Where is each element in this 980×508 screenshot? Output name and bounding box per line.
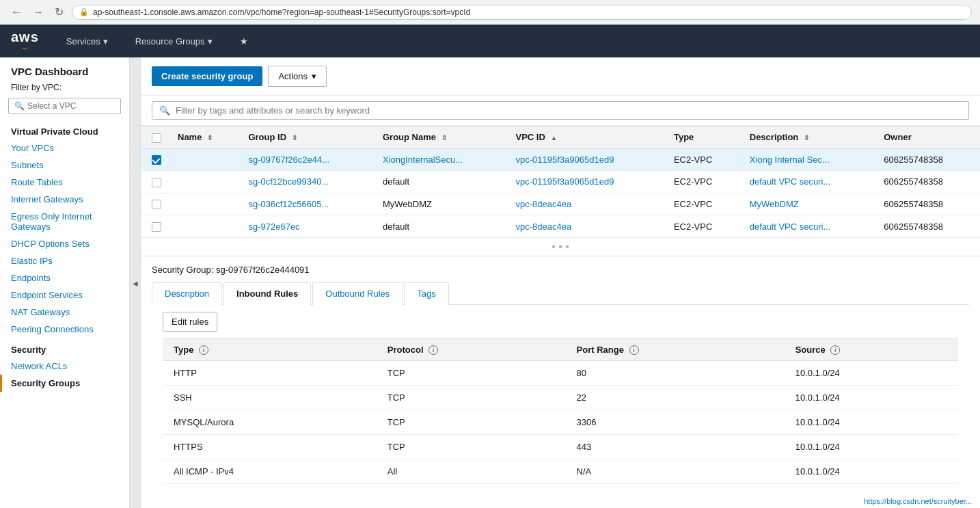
rule-port-range: 80 — [566, 361, 785, 386]
vpc-id-sort-icon: ▲ — [550, 134, 557, 142]
sidebar-item-elastic-ips[interactable]: Elastic IPs — [0, 252, 129, 269]
inbound-rules-table: Type i Protocol i Port Range i — [163, 338, 958, 485]
port-range-info-icon[interactable]: i — [629, 345, 639, 355]
rule-type: SSH — [163, 386, 377, 410]
rule-row: All ICMP - IPv4 All N/A 10.0.1.0/24 — [163, 459, 958, 484]
security-groups-table: Name ⇕ Group ID ⇕ Group Name ⇕ VPC ID ▲ … — [141, 126, 980, 238]
rule-port-range: 3306 — [566, 410, 785, 435]
rules-header-source: Source i — [785, 338, 958, 361]
row-group-name: default — [375, 215, 508, 238]
rules-header-port-range: Port Range i — [566, 338, 785, 361]
sidebar-item-route-tables[interactable]: Route Tables — [0, 174, 129, 191]
row-type: EC2-VPC — [666, 193, 741, 215]
row-checkbox[interactable] — [152, 222, 161, 232]
tab-description[interactable]: Description — [152, 282, 222, 305]
rule-type: MYSQL/Aurora — [163, 410, 377, 435]
tab-inbound-rules[interactable]: Inbound Rules — [223, 282, 311, 305]
rule-type: HTTPS — [163, 435, 377, 459]
top-nav: aws ⌣ Services ▾ Resource Groups ▾ ★ — [0, 25, 980, 57]
table-row[interactable]: sg-09767f26c2e44... XiongInternalSecu...… — [141, 148, 980, 171]
row-description: default VPC securi... — [741, 215, 875, 238]
url-bar[interactable]: 🔒 ap-southeast-1.console.aws.amazon.com/… — [72, 5, 972, 20]
rule-type: All ICMP - IPv4 — [163, 459, 377, 484]
row-group-name: MyWebDMZ — [375, 193, 508, 215]
aws-logo-smile: ⌣ — [22, 44, 27, 52]
row-checkbox[interactable] — [152, 200, 161, 209]
row-vpc-id: vpc-01195f3a9065d1ed9 — [508, 148, 666, 171]
rule-port-range: N/A — [566, 459, 785, 484]
row-checkbox-cell — [141, 215, 169, 238]
table-row[interactable]: sg-0cf12bce99340... default vpc-01195f3a… — [141, 171, 980, 193]
group-id-sort-icon: ⇕ — [292, 134, 297, 142]
sidebar-item-network-acls[interactable]: Network ACLs — [0, 358, 129, 375]
row-checkbox[interactable] — [152, 155, 161, 165]
row-vpc-id: vpc-8deac4ea — [508, 215, 666, 238]
lock-icon: 🔒 — [79, 8, 89, 16]
services-chevron: ▾ — [103, 36, 108, 46]
detail-label-text: Security Group: — [152, 265, 213, 275]
search-input-wrap[interactable]: 🔍 — [152, 101, 969, 120]
sidebar-item-dhcp[interactable]: DHCP Options Sets — [0, 235, 129, 252]
sidebar-section-vpc: Virtual Private Cloud — [0, 120, 129, 139]
filter-search-icon: 🔍 — [14, 101, 25, 111]
actions-button[interactable]: Actions ▾ — [268, 66, 327, 87]
search-icon: 🔍 — [159, 105, 170, 116]
actions-chevron: ▾ — [312, 71, 316, 81]
name-sort-icon: ⇕ — [207, 134, 213, 142]
filter-bar: 🔍 — [141, 96, 980, 126]
sidebar-title: VPC Dashboard — [0, 57, 129, 80]
sidebar-item-egress-gateways[interactable]: Egress Only Internet Gateways — [0, 208, 129, 235]
sidebar-item-endpoints[interactable]: Endpoints — [0, 269, 129, 286]
sidebar-item-peering[interactable]: Peering Connections — [0, 321, 129, 338]
header-type: Type — [666, 126, 741, 149]
table-row[interactable]: sg-972e67ec default vpc-8deac4ea EC2-VPC… — [141, 215, 980, 238]
back-button[interactable]: ← — [8, 5, 25, 20]
row-description: Xiong Internal Sec... — [741, 148, 875, 171]
rule-protocol: All — [377, 459, 566, 484]
rule-source: 10.0.1.0/24 — [785, 435, 958, 459]
toolbar: Create security group Actions ▾ — [141, 57, 980, 96]
sidebar-item-endpoint-services[interactable]: Endpoint Services — [0, 286, 129, 304]
source-info-icon[interactable]: i — [830, 345, 840, 355]
row-owner: 606255748358 — [875, 193, 980, 215]
resource-groups-nav[interactable]: Resource Groups ▾ — [130, 34, 218, 49]
forward-button[interactable]: → — [30, 5, 46, 20]
sidebar-toggle[interactable]: ◀ — [130, 57, 141, 508]
table-row[interactable]: sg-036cf12c56605... MyWebDMZ vpc-8deac4e… — [141, 193, 980, 215]
type-info-icon[interactable]: i — [199, 345, 208, 355]
select-all-checkbox[interactable] — [152, 133, 161, 143]
services-nav[interactable]: Services ▾ — [61, 34, 113, 49]
tab-tags[interactable]: Tags — [404, 282, 448, 305]
create-security-group-button[interactable]: Create security group — [152, 66, 262, 86]
row-owner: 606255748358 — [875, 171, 980, 193]
edit-rules-button[interactable]: Edit rules — [163, 312, 217, 332]
rule-source: 10.0.1.0/24 — [785, 386, 958, 410]
row-type: EC2-VPC — [666, 215, 741, 238]
sidebar-item-nat-gateways[interactable]: NAT Gateways — [0, 304, 129, 321]
rule-protocol: TCP — [377, 410, 566, 435]
filter-input-wrap: 🔍 Select a VPC — [0, 95, 129, 120]
detail-tabs: Description Inbound Rules Outbound Rules… — [152, 282, 969, 305]
sidebar-item-subnets[interactable]: Subnets — [0, 157, 129, 174]
row-checkbox[interactable] — [152, 178, 161, 187]
protocol-info-icon[interactable]: i — [428, 345, 438, 355]
favorites-nav[interactable]: ★ — [234, 34, 254, 49]
rule-protocol: TCP — [377, 435, 566, 459]
detail-sg-label: Security Group: sg-09767f26c2e444091 — [152, 265, 969, 275]
aws-logo-text: aws — [11, 30, 39, 44]
sidebar-item-your-vpcs[interactable]: Your VPCs — [0, 139, 129, 157]
sidebar-item-security-groups[interactable]: Security Groups — [0, 375, 129, 392]
star-icon: ★ — [240, 36, 248, 46]
dots-separator: • • • — [141, 238, 980, 256]
row-group-id: sg-036cf12c56605... — [240, 193, 375, 215]
vpc-filter-input[interactable]: 🔍 Select a VPC — [8, 98, 121, 114]
refresh-button[interactable]: ↻ — [52, 4, 66, 20]
tab-outbound-rules[interactable]: Outbound Rules — [312, 282, 403, 305]
search-input[interactable] — [176, 105, 449, 116]
rule-port-range: 443 — [566, 435, 785, 459]
row-type: EC2-VPC — [666, 148, 741, 171]
rule-row: MYSQL/Aurora TCP 3306 10.0.1.0/24 — [163, 410, 958, 435]
sidebar-item-internet-gateways[interactable]: Internet Gateways — [0, 191, 129, 208]
resource-groups-label: Resource Groups — [135, 36, 205, 46]
header-group-id: Group ID ⇕ — [240, 126, 375, 149]
